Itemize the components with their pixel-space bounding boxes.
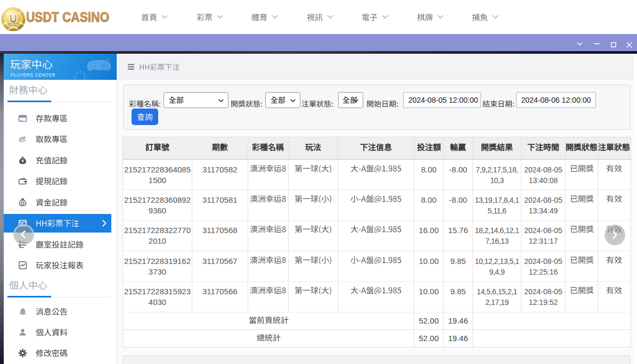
svg-text:Casino: Casino xyxy=(9,23,19,26)
